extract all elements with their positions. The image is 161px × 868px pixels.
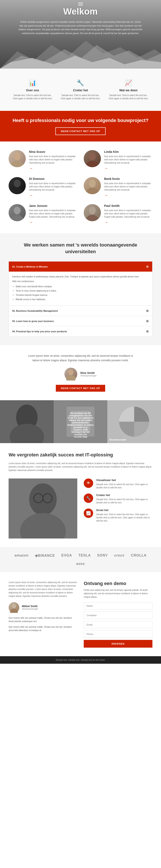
creeer-text: Sample text. Click to select the text bo… [60, 94, 101, 100]
cta-heading: Heeft u professionals nodig voor uw volg… [8, 117, 153, 124]
it-heading: We vergroten zakelijk succes met IT-oplo… [8, 452, 153, 458]
di-dowson-arrow[interactable]: → [29, 193, 77, 198]
demo-person-info: Mikkel Smith Verkoopmanager [22, 605, 38, 610]
nina-scavo-arrow[interactable]: → [29, 166, 77, 170]
paul-smith-name: Paul Smith [104, 204, 153, 208]
universities-section: We werken samen met 's werelds toonaange… [0, 233, 161, 345]
accordion-bullets-1: Mattis nunc sed blandit libero volutpat.… [16, 285, 149, 301]
mountain-graphic [0, 34, 161, 69]
mikkel-avatar [8, 602, 19, 613]
accordion-icon-4: ⊕ [146, 329, 149, 333]
linda-kim-name: Linda Kim [104, 150, 153, 154]
company-field[interactable] [84, 612, 153, 619]
it-layout: 👁 Visualiseer het Sample text. Click to … [8, 478, 153, 538]
demo-heading: Ontvang een demo [84, 581, 153, 586]
over-ons-title: Over ons [12, 89, 53, 92]
footer-text: Sample text. Sample text. Sample text fo… [56, 659, 105, 661]
over-ons-text: Sample text. Click to select the text bo… [12, 94, 53, 100]
svg-point-8 [11, 188, 23, 194]
visualiseer-text: Sample text. Click to select the text bo… [96, 483, 153, 489]
paul-smith-arrow[interactable]: → [104, 220, 153, 225]
groei-icon: 📈 [84, 508, 93, 518]
card-wat-we-doen: 📈 Wat we doen Sample text. Click to sele… [105, 75, 153, 104]
submit-button[interactable]: INDIENEN [84, 640, 153, 648]
di-dowson-info: Di Dowson Duis aute irure dolor in repre… [29, 177, 77, 198]
testimonial-text: Lorem ipsum dolor sit amet, consectetur … [27, 354, 134, 363]
accordion-label-3: 03. Learn how to grow your business [12, 320, 54, 322]
jane-jonson-desc: Duis aute irure dolor in reprehenderit i… [29, 209, 77, 218]
menu-icon[interactable] [78, 2, 83, 6]
bouwinnovatie-label: Bouwinnovatie [109, 438, 126, 441]
phone-field[interactable] [84, 630, 153, 638]
accordion-icon-2: ⊕ [146, 309, 149, 313]
mikkel-name: Mikkel Smith [22, 605, 38, 608]
svg-point-30 [12, 604, 16, 609]
groei-text: Sample text. Click to select the text bo… [96, 513, 153, 522]
accordion-header-3[interactable]: 03. Learn how to grow your business ⊕ [9, 316, 152, 326]
bank-bruin-avatar [84, 177, 101, 194]
brand-crocs: crocs [114, 554, 125, 557]
svg-point-10 [86, 188, 98, 194]
nina-scavo-name: Nina Scavo [29, 150, 77, 154]
testimonial-section: Lorem ipsum dolor sit amet, consectetur … [0, 345, 161, 400]
accordion-header-2[interactable]: 02. Business Sustainability Management ⊕ [9, 306, 152, 316]
svg-point-9 [89, 180, 96, 187]
svg-point-3 [14, 153, 21, 160]
team-section: Nina Scavo Duis aute irure dolor in repr… [0, 142, 161, 233]
svg-point-14 [86, 215, 98, 221]
name-field[interactable] [84, 602, 153, 610]
accordion-item-2: 02. Business Sustainability Management ⊕ [9, 306, 152, 316]
images-row: Het resultaat van hetgrdragingneus om on… [0, 400, 161, 443]
it-person-image [8, 478, 77, 538]
it-feature-groei: 📈 Groei het Sample text. Click to select… [84, 508, 153, 522]
cta-button[interactable]: NEEM CONTACT MET ONS OP [55, 127, 106, 135]
cta-banner: Heeft u professionals nodig voor uw volg… [0, 111, 161, 142]
team-member-linda-kim: Linda Kim Duis aute irure dolor in repre… [84, 150, 153, 170]
creeer-title: Creëer het [60, 89, 101, 92]
bank-bruin-arrow[interactable]: → [104, 193, 153, 198]
groei-title: Groei het [96, 508, 153, 512]
svg-point-31 [10, 609, 18, 613]
team-member-paul-smith: Paul Smith Duis aute irure dolor in repr… [84, 204, 153, 225]
svg-point-6 [86, 161, 98, 167]
testimonial-button[interactable]: NEEM CONTACT MET ONS OP [56, 385, 105, 392]
linda-kim-info: Linda Kim Duis aute irure dolor in repre… [104, 150, 153, 170]
team-member-nina-scavo: Nina Scavo Duis aute irure dolor in repr… [8, 150, 77, 170]
accordion-icon-3: ⊕ [146, 319, 149, 323]
jane-jonson-arrow[interactable]: → [29, 220, 77, 225]
accordion-content-1: Interdum velit sodales et pellentesque m… [9, 272, 152, 306]
brand-evga: EVGA [61, 554, 72, 557]
linda-kim-desc: Duis aute irure dolor in reprehenderit i… [104, 155, 153, 164]
linda-kim-arrow[interactable]: → [104, 166, 153, 170]
svg-point-12 [11, 215, 23, 221]
svg-point-4 [11, 161, 23, 167]
svg-point-13 [89, 207, 96, 214]
mikkel-role: Verkoopmanager [22, 608, 38, 610]
hero-section: Welkom Kritiek danklijk aangenomen expre… [0, 0, 161, 69]
visualiseer-icon: 👁 [84, 478, 93, 488]
team-member-di-dowson: Di Dowson Duis aute irure dolor in repre… [8, 177, 77, 198]
it-desc: Lorem ipsum dolor sit amet, consectetur … [8, 462, 153, 472]
hero-title: Welkom [0, 6, 161, 17]
accordion-label-1: 01. Create a Webinar in Minutes [12, 266, 48, 268]
it-right: 👁 Visualiseer het Sample text. Click to … [84, 478, 153, 538]
bank-bruin-name: Bank bruin [104, 177, 153, 181]
wat-we-doen-icon: 📈 [108, 79, 149, 86]
paul-smith-desc: Duis aute irure dolor in reprehenderit i… [104, 209, 153, 218]
team-grid: Nina Scavo Duis aute irure dolor in repr… [8, 150, 153, 225]
linda-kim-avatar [84, 150, 101, 167]
bank-bruin-desc: Duis aute irure dolor in reprehenderit i… [104, 182, 153, 191]
wat-we-doen-title: Wat we doen [108, 89, 149, 92]
jane-jonson-info: Jane Jonson Duis aute irure dolor in rep… [29, 204, 77, 225]
card-creeer-het: 🔧 Creëer het Sample text. Click to selec… [56, 75, 104, 104]
accordion-header-4[interactable]: 04. Practical tips to help you price you… [9, 326, 152, 336]
groei-content: Groei het Sample text. Click to select t… [96, 508, 153, 522]
email-field[interactable] [84, 621, 153, 628]
team-member-bank-bruin: Bank bruin Duis aute irure dolor in repr… [84, 177, 153, 198]
cards-section: 📊 Over ons Sample text. Click to select … [0, 69, 161, 111]
bank-bruin-info: Bank bruin Duis aute irure dolor in repr… [104, 177, 153, 198]
creeer-icon: 🔧 [60, 79, 101, 86]
accordion-header-1[interactable]: 01. Create a Webinar in Minutes ⊕ [9, 261, 152, 272]
accordion-item-1: 01. Create a Webinar in Minutes ⊕ Interd… [9, 261, 152, 306]
accordion-label-2: 02. Business Sustainability Management [12, 310, 58, 312]
